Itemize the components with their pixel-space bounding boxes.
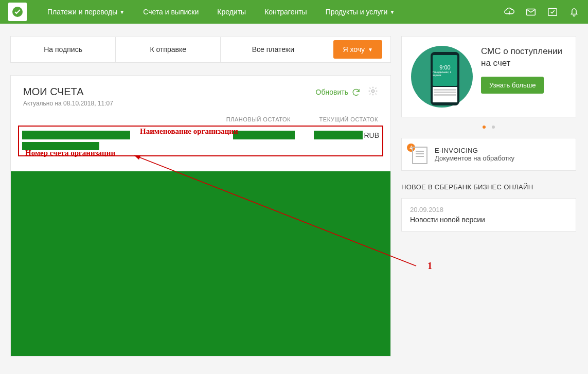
refresh-button[interactable]: Обновить [316,87,361,97]
gear-icon [368,86,378,96]
tab-all-payments[interactable]: Все платежи [221,37,325,62]
redacted-content-block [10,171,391,357]
sberbank-logo-icon [11,6,24,18]
button-label: Я хочу [343,45,365,54]
mail-icon[interactable] [525,6,537,17]
top-navbar: Платежи и переводы▼ Счета и выписки Кред… [0,0,588,24]
document-icon: 4 [410,146,427,163]
promo-card: 9:00 Понедельник, 2 апреля СМС о поступл… [401,36,576,117]
main-nav: Платежи и переводы▼ Счета и выписки Кред… [39,4,504,20]
svg-rect-2 [548,9,557,16]
einvoice-title: E-INVOICING [435,147,514,154]
nav-label: Счета и выписки [143,8,199,16]
nav-label: Кредиты [217,8,246,16]
news-item[interactable]: 20.09.2018 Новости новой версии [401,198,576,231]
accounts-table-header: ПЛАНОВЫЙ ОСТАТОК ТЕКУЩИЙ ОСТАТОК [23,116,378,122]
card-subtitle: Актуально на 08.10.2018, 11:07 [23,100,113,107]
account-row[interactable]: RUB [22,131,379,150]
nav-counterparties[interactable]: Контрагенты [256,4,315,20]
news-date: 20.09.2018 [410,206,567,213]
caret-down-icon: ▼ [119,9,124,15]
col-planned: ПЛАНОВЫЙ ОСТАТОК [219,116,291,122]
svg-point-3 [372,90,375,93]
payment-tabs: На подпись К отправке Все платежи Я хочу… [10,36,391,63]
nav-accounts[interactable]: Счета и выписки [135,4,207,20]
caret-down-icon: ▼ [368,47,373,52]
annotation-account-number: Номер счета организации [25,148,115,157]
carousel-dot[interactable] [483,126,486,129]
logo[interactable] [8,3,27,21]
redacted-org-name [22,131,130,139]
news-heading: НОВОЕ В СБЕРБАНК БИЗНЕС ОНЛАЙН [401,183,576,191]
promo-illustration: 9:00 Понедельник, 2 апреля [411,46,473,108]
einvoicing-card[interactable]: 4 E-INVOICING Документов на обработку [401,138,576,171]
nav-products[interactable]: Продукты и услуги▼ [317,4,403,20]
cloud-download-icon[interactable] [504,6,515,17]
my-accounts-card: МОИ СЧЕТА Актуально на 08.10.2018, 11:07… [10,75,391,171]
currency-label: RUB [364,131,379,139]
nav-payments[interactable]: Платежи и переводы▼ [39,4,133,20]
nav-label: Контрагенты [264,8,307,16]
card-title: МОИ СЧЕТА [23,86,113,98]
account-row-highlight: Наименование организации RUB Номер счета… [18,126,383,156]
tab-to-sign[interactable]: На подпись [11,37,116,62]
refresh-label: Обновить [316,88,348,96]
promo-title: СМС о поступлении на счет [481,46,566,69]
caret-down-icon: ▼ [389,9,395,15]
inbox-check-icon[interactable] [547,6,558,17]
col-current: ТЕКУЩИЙ ОСТАТОК [291,116,378,122]
news-title: Новости новой версии [410,216,567,224]
nav-label: Платежи и переводы [47,8,117,16]
phone-date: Понедельник, 2 апреля [433,70,457,77]
refresh-icon [351,87,361,97]
nav-label: Продукты и услуги [326,8,388,16]
bell-icon[interactable] [568,6,580,17]
carousel-dot[interactable] [492,126,495,129]
redacted-current-balance [314,131,363,139]
i-want-button[interactable]: Я хочу ▼ [333,40,382,59]
settings-button[interactable] [368,86,378,98]
tab-to-send[interactable]: К отправке [116,37,221,62]
annotation-marker-1: 1 [427,261,432,272]
phone-time: 9:00 [439,64,450,70]
carousel-dots [401,121,576,131]
phone-icon: 9:00 Понедельник, 2 апреля [431,52,459,105]
redacted-planned-balance [233,131,295,139]
main-column: На подпись К отправке Все платежи Я хочу… [10,36,391,357]
nav-credits[interactable]: Кредиты [209,4,254,20]
news-block: НОВОЕ В СБЕРБАНК БИЗНЕС ОНЛАЙН 20.09.201… [401,183,576,231]
topbar-actions [504,6,580,17]
sidebar: 9:00 Понедельник, 2 апреля СМС о поступл… [401,36,576,357]
einvoice-subtitle: Документов на обработку [435,154,514,162]
learn-more-button[interactable]: Узнать больше [481,77,544,94]
